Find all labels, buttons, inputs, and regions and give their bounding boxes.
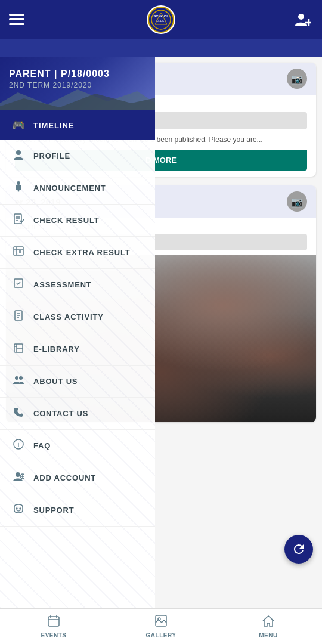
sidebar-check-extra-result-label: CHECK EXTRA RESULT — [33, 248, 130, 257]
sidebar: PARENT | P/18/0003 2ND TERM 2019/2020 🎮 … — [0, 57, 155, 608]
sidebar-item-add-account[interactable]: ADD ACCOUNT — [0, 462, 155, 494]
sidebar-header: PARENT | P/18/0003 2ND TERM 2019/2020 — [0, 57, 155, 110]
refresh-fab[interactable] — [284, 535, 313, 564]
e-library-icon — [12, 342, 25, 357]
svg-rect-14 — [14, 247, 23, 255]
contact-us-icon — [12, 406, 25, 421]
sidebar-add-account-label: ADD ACCOUNT — [33, 473, 96, 482]
svg-point-26 — [19, 376, 23, 380]
menu-home-icon — [262, 614, 275, 630]
svg-point-8 — [17, 181, 20, 185]
sidebar-profile-label: PROFILE — [33, 151, 70, 160]
sidebar-item-class-activity[interactable]: CLASS ACTIVITY — [0, 301, 155, 333]
sub-header — [0, 39, 322, 57]
sidebar-item-faq[interactable]: i FAQ — [0, 430, 155, 462]
add-account-icon — [12, 470, 25, 485]
sidebar-item-check-extra-result[interactable]: CHECK EXTRA RESULT — [0, 237, 155, 269]
app-header: SCHOOL CREST — [0, 0, 322, 39]
profile-icon — [12, 148, 25, 163]
check-result-icon — [12, 213, 25, 228]
sidebar-check-result-label: CHECK RESULT — [33, 216, 99, 225]
school-logo: SCHOOL CREST — [147, 5, 175, 34]
main-content: er 24, 2019 📷 ews EADY !!! Basic And Pre… — [0, 57, 322, 608]
bottom-nav: EVENTS GALLERY MENU — [0, 608, 322, 644]
svg-rect-35 — [48, 617, 59, 626]
sidebar-item-e-library[interactable]: E-LIBRARY — [0, 333, 155, 366]
svg-point-33 — [16, 508, 17, 509]
sidebar-item-assessment[interactable]: ASSESSMENT — [0, 269, 155, 301]
svg-point-7 — [16, 150, 21, 155]
sidebar-term-label: 2ND TERM 2019/2020 — [9, 81, 146, 89]
sidebar-item-profile[interactable]: PROFILE — [0, 140, 155, 172]
nav-item-menu[interactable]: MENU — [215, 609, 322, 644]
sidebar-about-us-label: ABOUT US — [33, 377, 78, 386]
menu-label: MENU — [259, 632, 277, 639]
sidebar-e-library-label: E-LIBRARY — [33, 345, 80, 354]
about-us-icon — [12, 374, 25, 389]
sidebar-announcement-label: ANNOUNCEMENT — [33, 184, 106, 193]
svg-point-25 — [15, 376, 18, 380]
sidebar-item-announcement[interactable]: ANNOUNCEMENT — [0, 172, 155, 205]
check-extra-result-icon — [12, 245, 25, 260]
sidebar-item-about-us[interactable]: ABOUT US — [0, 366, 155, 398]
sidebar-class-activity-label: CLASS ACTIVITY — [33, 312, 104, 321]
class-activity-icon — [12, 309, 25, 324]
sidebar-item-contact-us[interactable]: CONTACT US — [0, 398, 155, 430]
svg-point-29 — [16, 472, 20, 477]
assessment-icon — [12, 277, 25, 292]
timeline-icon: 🎮 — [12, 119, 25, 132]
sidebar-item-support[interactable]: SUPPORT — [0, 494, 155, 527]
nav-item-gallery[interactable]: GALLERY — [107, 609, 215, 644]
faq-icon: i — [12, 438, 25, 453]
gallery-label: GALLERY — [146, 632, 177, 639]
sidebar-parent-label: PARENT | P/18/0003 — [9, 69, 146, 79]
svg-text:i: i — [18, 441, 20, 448]
announcement-icon — [12, 181, 25, 196]
svg-point-34 — [20, 508, 21, 509]
svg-point-9 — [18, 190, 20, 192]
nav-item-events[interactable]: EVENTS — [0, 609, 107, 644]
support-icon — [12, 503, 25, 518]
gallery-icon — [154, 614, 168, 630]
svg-text:SCHOOL: SCHOOL — [153, 14, 169, 18]
sidebar-faq-label: FAQ — [33, 441, 51, 450]
sidebar-contact-us-label: CONTACT US — [33, 409, 88, 418]
sidebar-item-check-result[interactable]: CHECK RESULT — [0, 205, 155, 237]
camera-icon-2: 📷 — [287, 191, 307, 212]
events-icon — [47, 614, 60, 630]
camera-icon: 📷 — [287, 69, 307, 89]
menu-button[interactable] — [9, 14, 24, 25]
add-user-button[interactable] — [292, 9, 313, 30]
sidebar-support-label: SUPPORT — [33, 506, 74, 515]
sidebar-item-timeline[interactable]: 🎮 TIMELINE — [0, 110, 155, 140]
sidebar-timeline-label: TIMELINE — [33, 121, 75, 130]
svg-point-4 — [298, 14, 304, 20]
sidebar-assessment-label: ASSESSMENT — [33, 280, 92, 289]
events-label: EVENTS — [41, 632, 66, 639]
